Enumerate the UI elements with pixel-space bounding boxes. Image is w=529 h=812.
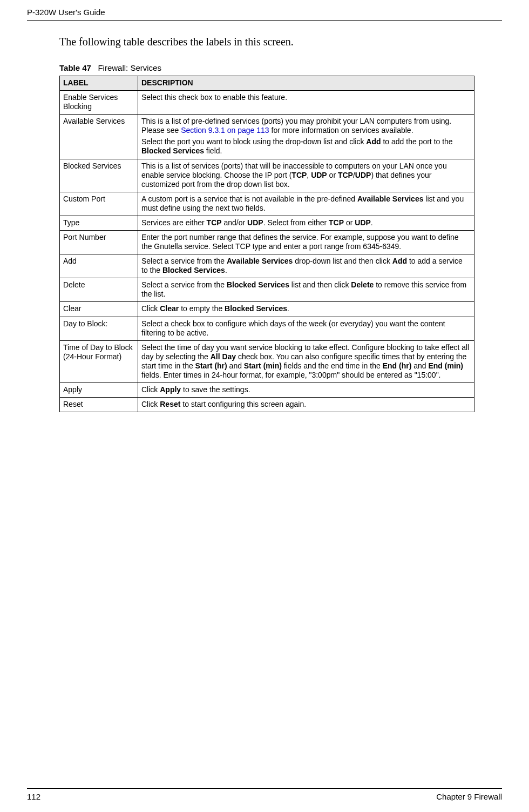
cell-desc: Select this check box to enable this fea…: [138, 91, 474, 115]
table-row: Blocked Services This is a list of servi…: [60, 159, 474, 192]
cell-label: Time of Day to Block (24-Hour Format): [60, 340, 138, 382]
table-row: Time of Day to Block (24-Hour Format) Se…: [60, 340, 474, 382]
header-rule: [27, 20, 502, 21]
table-caption-prefix: Table 47: [59, 63, 91, 72]
cell-desc: Select a service from the Available Serv…: [138, 254, 474, 278]
cell-label: Apply: [60, 383, 138, 398]
running-head: P-320W User's Guide: [27, 8, 502, 20]
table-row: Apply Click Apply to save the settings.: [60, 383, 474, 398]
cell-label: Available Services: [60, 115, 138, 159]
table-row: Available Services This is a list of pre…: [60, 115, 474, 159]
table-row: Reset Click Reset to start configuring t…: [60, 398, 474, 412]
cell-desc: This is a list of pre-defined services (…: [138, 115, 474, 159]
cell-label: Type: [60, 216, 138, 230]
cell-label: Blocked Services: [60, 159, 138, 192]
intro-text: The following table describes the labels…: [59, 36, 502, 48]
page-number: 112: [27, 792, 40, 801]
footer-rule: [27, 788, 502, 789]
table-caption: Table 47 Firewall: Services: [59, 63, 502, 72]
cell-desc: Select the time of day you want service …: [138, 340, 474, 382]
chapter-title: Chapter 9 Firewall: [436, 792, 502, 801]
table-row: Custom Port A custom port is a service t…: [60, 192, 474, 216]
cell-label: Clear: [60, 302, 138, 317]
cell-label: Add: [60, 254, 138, 278]
cell-label: Reset: [60, 398, 138, 412]
cell-desc: Click Clear to empty the Blocked Service…: [138, 302, 474, 317]
cell-desc: Click Apply to save the settings.: [138, 383, 474, 398]
table-row: Delete Select a service from the Blocked…: [60, 278, 474, 302]
cell-desc: Select a service from the Blocked Servic…: [138, 278, 474, 302]
cell-desc: Services are either TCP and/or UDP. Sele…: [138, 216, 474, 230]
table-row: Type Services are either TCP and/or UDP.…: [60, 216, 474, 230]
col-header-label: LABEL: [60, 76, 138, 91]
cell-desc: Click Reset to start configuring this sc…: [138, 398, 474, 412]
page-footer: 112 Chapter 9 Firewall: [27, 788, 502, 801]
table-caption-title: Firewall: Services: [98, 63, 161, 72]
cell-label: Custom Port: [60, 192, 138, 216]
cell-desc: Select a check box to configure which da…: [138, 317, 474, 340]
firewall-services-table: LABEL DESCRIPTION Enable Services Blocki…: [59, 76, 474, 412]
cell-label: Port Number: [60, 231, 138, 254]
cell-desc: A custom port is a service that is not a…: [138, 192, 474, 216]
table-row: Day to Block: Select a check box to conf…: [60, 317, 474, 340]
col-header-description: DESCRIPTION: [138, 76, 474, 91]
cross-ref-link[interactable]: Section 9.3.1 on page 113: [181, 126, 269, 135]
cell-desc: This is a list of services (ports) that …: [138, 159, 474, 192]
cell-desc: Enter the port number range that defines…: [138, 231, 474, 254]
table-row: Clear Click Clear to empty the Blocked S…: [60, 302, 474, 317]
table-header-row: LABEL DESCRIPTION: [60, 76, 474, 91]
page: P-320W User's Guide The following table …: [0, 0, 529, 812]
cell-label: Day to Block:: [60, 317, 138, 340]
table-row: Add Select a service from the Available …: [60, 254, 474, 278]
cell-label: Enable Services Blocking: [60, 91, 138, 115]
table-row: Port Number Enter the port number range …: [60, 231, 474, 254]
table-row: Enable Services Blocking Select this che…: [60, 91, 474, 115]
cell-label: Delete: [60, 278, 138, 302]
